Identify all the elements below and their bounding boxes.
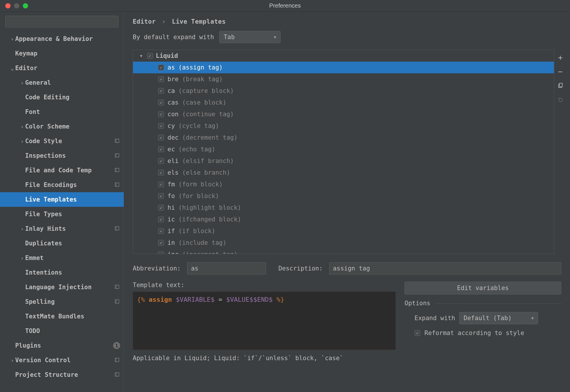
template-row-hi[interactable]: ✓hi(highlight block): [133, 202, 554, 214]
template-row-inc[interactable]: ✓inc(increment tag): [133, 249, 554, 254]
template-checkbox[interactable]: ✓: [158, 65, 164, 70]
template-row-in[interactable]: ✓in(include tag): [133, 237, 554, 249]
svg-rect-13: [116, 285, 119, 289]
minimize-window-button[interactable]: [14, 3, 19, 8]
list-toolbar: [554, 50, 566, 254]
revert-template-button[interactable]: [556, 96, 564, 104]
edit-variables-button[interactable]: Edit variables: [405, 282, 561, 294]
sidebar-item-spelling[interactable]: Spelling: [0, 294, 124, 309]
sidebar: ›Appearance & BehaviorKeymap⌄Editor›Gene…: [0, 12, 124, 392]
sidebar-item-label: Duplicates: [25, 240, 120, 247]
expand-with-select[interactable]: Tab ▾: [219, 31, 281, 43]
project-scheme-icon: [114, 153, 120, 159]
sidebar-item-general[interactable]: ›General: [0, 75, 124, 90]
template-row-bre[interactable]: ✓bre(break tag): [133, 73, 554, 85]
sidebar-item-duplicates[interactable]: Duplicates: [0, 236, 124, 251]
sidebar-item-code-style[interactable]: ›Code Style: [0, 134, 124, 148]
sidebar-item-code-editing[interactable]: Code Editing: [0, 90, 124, 105]
update-count-badge: 1: [113, 342, 120, 349]
template-checkbox[interactable]: ✓: [158, 135, 164, 141]
template-checkbox[interactable]: ✓: [158, 76, 164, 82]
sidebar-item-plugins[interactable]: Plugins1: [0, 338, 124, 353]
breadcrumb-separator-icon: ›: [160, 18, 168, 25]
template-checkbox[interactable]: ✓: [158, 216, 164, 222]
content: Editor › Live Templates By default expan…: [124, 12, 570, 392]
sidebar-item-emmet[interactable]: ›Emmet: [0, 251, 124, 265]
sidebar-item-label: Code Editing: [25, 94, 120, 101]
template-row-as[interactable]: ✓as(assign tag): [133, 62, 554, 73]
template-checkbox[interactable]: ✓: [158, 228, 164, 234]
sidebar-item-project-structure[interactable]: Project Structure: [0, 367, 124, 382]
titlebar: Preferences: [0, 0, 570, 12]
zoom-window-button[interactable]: [23, 3, 28, 8]
svg-rect-15: [116, 300, 119, 303]
sidebar-item-label: TextMate Bundles: [25, 313, 120, 320]
template-row-dec[interactable]: ✓dec(decrement tag): [133, 132, 554, 143]
template-row-cas[interactable]: ✓cas(case block): [133, 97, 554, 108]
sidebar-item-textmate-bundles[interactable]: TextMate Bundles: [0, 309, 124, 324]
template-checkbox[interactable]: ✓: [158, 170, 164, 176]
sidebar-item-label: Emmet: [25, 254, 120, 261]
template-row-eli[interactable]: ✓eli(elsif branch): [133, 155, 554, 167]
template-desc: (capture block): [178, 87, 234, 94]
template-row-fm[interactable]: ✓fm(form block): [133, 178, 554, 190]
template-checkbox[interactable]: ✓: [158, 88, 164, 94]
sidebar-item-intentions[interactable]: Intentions: [0, 265, 124, 280]
sidebar-item-label: Font: [25, 108, 120, 115]
sidebar-item-file-types[interactable]: File Types: [0, 207, 124, 221]
abbreviation-input[interactable]: [187, 262, 266, 275]
settings-search-input[interactable]: [5, 16, 118, 27]
sidebar-item-color-scheme[interactable]: ›Color Scheme: [0, 119, 124, 134]
template-desc: (case block): [182, 99, 227, 106]
template-list[interactable]: ▾ ✓ Liquid ✓as(assign tag)✓bre(break tag…: [133, 50, 554, 254]
duplicate-template-button[interactable]: [556, 82, 564, 90]
add-template-button[interactable]: [556, 54, 564, 62]
template-checkbox[interactable]: ✓: [158, 123, 164, 129]
group-checkbox[interactable]: ✓: [147, 53, 153, 59]
template-group-row[interactable]: ▾ ✓ Liquid: [133, 50, 554, 62]
sidebar-item-editor[interactable]: ⌄Editor: [0, 61, 124, 75]
template-checkbox[interactable]: ✓: [158, 146, 164, 152]
sidebar-item-label: Code Style: [25, 138, 114, 145]
close-window-button[interactable]: [5, 3, 11, 8]
template-desc: (if block): [178, 228, 215, 235]
template-abbr: fm: [167, 181, 175, 188]
template-desc: (break tag): [182, 76, 223, 83]
expand-with-opt-select[interactable]: Default (Tab) ▾: [459, 312, 538, 324]
template-row-ec[interactable]: ✓ec(echo tag): [133, 143, 554, 155]
svg-rect-19: [116, 373, 119, 376]
template-checkbox[interactable]: ✓: [158, 158, 164, 164]
template-checkbox[interactable]: ✓: [158, 240, 164, 246]
breadcrumb: Editor › Live Templates: [124, 18, 570, 31]
sidebar-item-file-encodings[interactable]: File Encodings: [0, 178, 124, 192]
template-checkbox[interactable]: ✓: [158, 193, 164, 199]
sidebar-item-live-templates[interactable]: Live Templates: [0, 192, 124, 207]
template-text-editor[interactable]: {% assign $VARIABLE$ = $VALUE$$END$ %}: [133, 292, 396, 350]
sidebar-item-file-and-code-temp[interactable]: File and Code Temp: [0, 163, 124, 178]
template-checkbox[interactable]: ✓: [158, 100, 164, 105]
sidebar-item-label: Inspections: [25, 152, 114, 159]
sidebar-item-appearance-behavior[interactable]: ›Appearance & Behavior: [0, 32, 124, 46]
project-scheme-icon: [114, 299, 120, 305]
sidebar-item-inspections[interactable]: Inspections: [0, 148, 124, 163]
sidebar-item-keymap[interactable]: Keymap: [0, 46, 124, 61]
sidebar-item-language-injection[interactable]: Language Injection: [0, 280, 124, 294]
description-input[interactable]: [329, 262, 561, 275]
sidebar-item-todo[interactable]: TODO: [0, 324, 124, 338]
template-checkbox[interactable]: ✓: [158, 181, 164, 187]
template-row-if[interactable]: ✓if(if block): [133, 225, 554, 237]
template-row-fo[interactable]: ✓fo(for block): [133, 190, 554, 202]
template-row-ic[interactable]: ✓ic(ifchanged block): [133, 214, 554, 225]
template-row-ca[interactable]: ✓ca(capture block): [133, 85, 554, 97]
sidebar-item-inlay-hints[interactable]: ›Inlay Hints: [0, 221, 124, 236]
remove-template-button[interactable]: [556, 68, 564, 76]
template-row-cy[interactable]: ✓cy(cycle tag): [133, 120, 554, 132]
template-checkbox[interactable]: ✓: [158, 205, 164, 211]
sidebar-item-font[interactable]: Font: [0, 105, 124, 119]
reformat-checkbox[interactable]: ✓: [414, 330, 420, 336]
template-checkbox[interactable]: ✓: [158, 111, 164, 117]
sidebar-item-version-control[interactable]: ›Version Control: [0, 353, 124, 367]
template-row-con[interactable]: ✓con(continue tag): [133, 108, 554, 120]
template-checkbox[interactable]: ✓: [158, 251, 164, 254]
template-row-els[interactable]: ✓els(else branch): [133, 167, 554, 178]
